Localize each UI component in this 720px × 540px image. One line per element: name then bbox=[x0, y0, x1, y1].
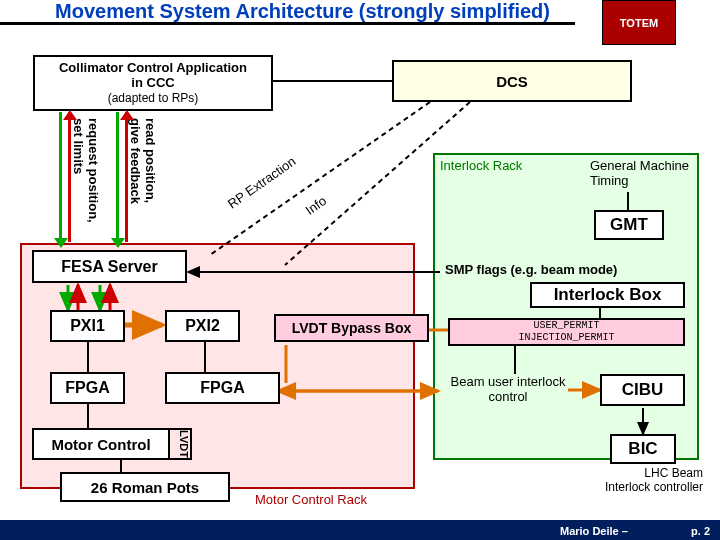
motor-rack-label: Motor Control Rack bbox=[255, 492, 367, 507]
lhc-beam-label: LHC BeamInterlock controller bbox=[588, 466, 703, 494]
vlabel-request: request position,set limits bbox=[71, 118, 101, 236]
roman-pots-box: 26 Roman Pots bbox=[60, 472, 230, 502]
motor-control-box: Motor Control bbox=[32, 428, 170, 460]
vlabel-read: read position,give feedback bbox=[128, 118, 158, 236]
logo: TOTEM bbox=[602, 0, 676, 45]
fpga2-box: FPGA bbox=[165, 372, 280, 404]
gmt-text: General Machine Timing bbox=[590, 158, 700, 188]
smp-label: SMP flags (e.g. beam mode) bbox=[445, 262, 617, 277]
lvdt-box: LVDT bbox=[170, 428, 192, 460]
gmt-box: GMT bbox=[594, 210, 664, 240]
fpga1-box: FPGA bbox=[50, 372, 125, 404]
collimator-box: Collimator Control Application in CCC (a… bbox=[33, 55, 273, 111]
rp-ext-label: RP Extraction bbox=[225, 154, 299, 212]
pxi2-box: PXI2 bbox=[165, 310, 240, 342]
cibu-box: CIBU bbox=[600, 374, 685, 406]
bic-box: BIC bbox=[610, 434, 676, 464]
beam-user-label: Beam user interlock control bbox=[448, 374, 568, 404]
dcs-box: DCS bbox=[392, 60, 632, 102]
svg-line-0 bbox=[210, 102, 430, 255]
interlock-box: Interlock Box bbox=[530, 282, 685, 308]
label: (adapted to RPs) bbox=[108, 91, 199, 105]
fesa-box: FESA Server bbox=[32, 250, 187, 283]
permits-box: USER_PERMITINJECTION_PERMIT bbox=[448, 318, 685, 346]
interlock-rack-label: Interlock Rack bbox=[440, 158, 522, 173]
lvdt-bypass-box: LVDT Bypass Box bbox=[274, 314, 429, 342]
label: in CCC bbox=[131, 75, 174, 90]
footer-page: p. 2 bbox=[691, 525, 710, 537]
label: Collimator Control Application bbox=[59, 60, 247, 75]
footer-author: Mario Deile – bbox=[560, 525, 628, 537]
page-title: Movement System Architecture (strongly s… bbox=[25, 0, 580, 23]
pxi1-box: PXI1 bbox=[50, 310, 125, 342]
info-label: Info bbox=[303, 193, 329, 218]
